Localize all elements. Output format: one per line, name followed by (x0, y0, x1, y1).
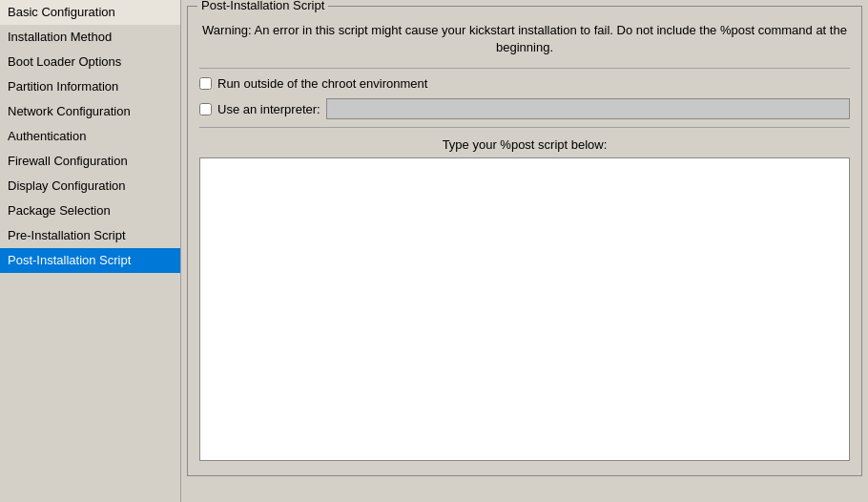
sidebar-item-display-configuration[interactable]: Display Configuration (0, 174, 180, 199)
sidebar-item-installation-method[interactable]: Installation Method (0, 25, 180, 50)
run-outside-chroot-label: Run outside of the chroot environment (217, 76, 427, 91)
sidebar-item-network-configuration[interactable]: Network Configuration (0, 99, 180, 124)
script-label: Type your %post script below: (199, 137, 850, 152)
sidebar: Basic ConfigurationInstallation MethodBo… (0, 0, 181, 502)
use-interpreter-checkbox[interactable] (199, 103, 212, 115)
script-textarea[interactable] (199, 157, 850, 461)
main-content: Post-Installation Script Warning: An err… (181, 0, 868, 502)
panel-title: Post-Installation Script (197, 0, 328, 12)
panel-container: Post-Installation Script Warning: An err… (187, 6, 862, 476)
warning-text: Warning: An error in this script might c… (199, 22, 850, 56)
interpreter-input[interactable] (326, 98, 850, 119)
run-outside-chroot-checkbox[interactable] (199, 77, 212, 90)
divider (199, 68, 850, 69)
sidebar-item-boot-loader-options[interactable]: Boot Loader Options (0, 50, 180, 74)
sidebar-item-post-installation-script[interactable]: Post-Installation Script (0, 248, 180, 273)
sidebar-item-authentication[interactable]: Authentication (0, 124, 180, 149)
sidebar-item-firewall-configuration[interactable]: Firewall Configuration (0, 149, 180, 174)
run-outside-chroot-row: Run outside of the chroot environment (199, 76, 850, 91)
sidebar-item-partition-information[interactable]: Partition Information (0, 74, 180, 99)
interpreter-row: Use an interpreter: (199, 98, 850, 119)
panel-inner: Warning: An error in this script might c… (188, 7, 861, 475)
sidebar-item-pre-installation-script[interactable]: Pre-Installation Script (0, 223, 180, 248)
use-interpreter-label: Use an interpreter: (217, 102, 320, 116)
sidebar-item-basic-configuration[interactable]: Basic Configuration (0, 0, 180, 25)
divider2 (199, 127, 850, 128)
sidebar-item-package-selection[interactable]: Package Selection (0, 199, 180, 223)
